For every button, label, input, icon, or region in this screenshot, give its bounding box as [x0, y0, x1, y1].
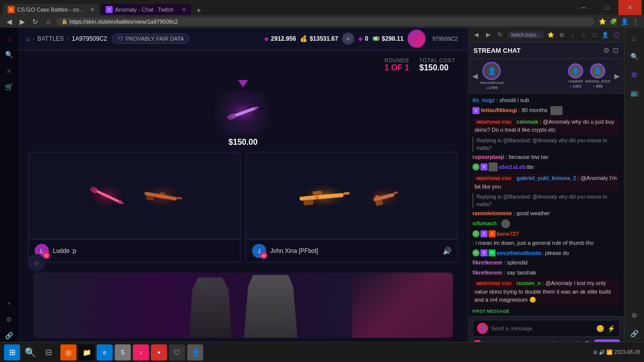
taskbar-app1[interactable]: ● [151, 344, 167, 360]
tab2-close[interactable]: ✕ [182, 7, 186, 13]
speaker-icon: 🔊 [443, 247, 451, 255]
chat-gif-icon[interactable]: ⚡ [607, 325, 615, 332]
twitch-nav-icon5[interactable]: □ [590, 30, 599, 39]
chat-msg-13: MENTIONS YOU ruxxen_x : @Anomaly i lost … [472, 278, 620, 305]
skinclub-sidebar: ⌂ 🔍 ⚔ 🛒 + ⚙ 🔗 ⚙ [0, 28, 18, 362]
chat-settings-icon[interactable]: ⚙ [603, 46, 610, 54]
forward-button[interactable]: ▶ [17, 17, 27, 27]
refresh-button[interactable]: ↻ [30, 17, 40, 27]
center-item-svg [218, 95, 268, 130]
menu-icon[interactable]: ⋮ [631, 17, 640, 26]
fire-value: 0 [365, 35, 368, 42]
twitch-chrome-home[interactable]: ⌂ [628, 32, 641, 45]
twitch-nav-icon2[interactable]: ⊞ [557, 30, 567, 39]
tab1-close[interactable]: ✕ [90, 7, 95, 13]
sidebar-settings-icon[interactable]: ⚙ [3, 313, 16, 326]
sidebar-link-icon[interactable]: 🔗 [3, 329, 16, 342]
shield-icon: 🛡 [118, 36, 123, 42]
provably-fair-badge[interactable]: 🛡 PROVABLY FAIR DATA [112, 34, 190, 44]
streamer2-name: raadlatif [569, 79, 583, 83]
streamer-1[interactable]: 👤 Himmelhundi ● 1769 [480, 62, 504, 90]
taskbar-spotify[interactable]: ♪ [133, 344, 149, 360]
fire-icon: ◆ [358, 35, 363, 42]
silhouette-2 [235, 275, 306, 338]
twitch-back[interactable]: ◀ [471, 30, 481, 40]
new-tab-button[interactable]: + [191, 6, 206, 15]
browser-tab-twitch[interactable]: T Anomaly - Chat · Twitch ✕ [101, 4, 191, 15]
url-bar[interactable]: 🔒 https://skin.club/en/battles/view/1a97… [56, 18, 595, 26]
maximize-button[interactable]: □ [595, 0, 618, 15]
chat-emote-icon[interactable]: 😊 [596, 325, 604, 332]
twitch-chrome-settings[interactable]: ⚙ [628, 309, 641, 322]
start-button[interactable]: ⊞ [4, 344, 20, 360]
sub2-badge-9: S [489, 230, 496, 237]
user-menu[interactable] [408, 30, 426, 48]
twitch-chrome-search[interactable]: 🔍 [628, 50, 641, 63]
msg7-text: : good weather [513, 210, 550, 216]
streamers-prev[interactable]: ◀ [472, 72, 478, 80]
chat-message-input[interactable] [491, 325, 593, 331]
msg4-text: : because low tax [506, 154, 548, 160]
taskbar-task-view[interactable]: ⊟ [40, 344, 56, 360]
streamer-3[interactable]: 👤 Admiral_ASIA ● 999 [585, 63, 610, 88]
taskbar-app3[interactable]: 👤 [187, 344, 203, 360]
twitch-chrome-live[interactable]: 📺 [628, 86, 641, 99]
minus-icon: 💵 [372, 35, 380, 42]
twitch-forward[interactable]: ▶ [484, 30, 494, 40]
taskbar-app2[interactable]: 🛡 [169, 344, 185, 360]
browser-chrome: S CS:GO Case Battles - comp... ✕ T Anoma… [0, 0, 644, 28]
back-button[interactable]: ◀ [4, 17, 14, 27]
chat-msg-9: ✓ S S bene727 : i mean im down, just a g… [472, 230, 620, 247]
sidebar-add-icon[interactable]: + [3, 297, 16, 310]
user-avatar[interactable] [408, 30, 426, 48]
streamer3-count: ● 999 [593, 84, 603, 88]
profile-icon[interactable]: 👤 [620, 17, 629, 26]
twitch-url[interactable]: twitch.tv/po... [507, 31, 544, 39]
msg10-text: : please do [542, 249, 569, 257]
player1-footer: L 50 Ludde :p [29, 239, 240, 262]
taskbar-steam[interactable]: S [115, 344, 131, 360]
sidebar-home-icon[interactable]: ⌂ [3, 32, 16, 45]
chat-msg-8: sifumach : [472, 219, 620, 228]
chat-input-wrapper: 👤 😊 ⚡ [472, 320, 620, 337]
msg6-user: gabriel_yuki_kimura_2 [516, 175, 576, 181]
taskbar-search[interactable]: 🔍 [22, 344, 38, 360]
close-window-button[interactable]: ✕ [618, 0, 641, 15]
twitch-chrome-link[interactable]: 🔗 [628, 327, 641, 340]
twitch-chrome-browse[interactable]: ⊞ [628, 68, 641, 81]
sidebar-shop-icon[interactable]: 🛒 [3, 80, 16, 93]
add-funds-button[interactable]: + [342, 33, 354, 45]
minimize-button[interactable]: ─ [572, 0, 595, 15]
player1-name: Ludde :p [53, 247, 76, 254]
browser-tab-skinclub[interactable]: S CS:GO Case Battles - comp... ✕ [3, 4, 100, 15]
knife-svg [82, 179, 132, 212]
home-button[interactable]: ⌂ [43, 17, 53, 27]
sidebar-battle-icon[interactable]: ⚔ [3, 64, 16, 77]
player2-name: John Xina [PFbot] [270, 247, 318, 254]
streamer3-name: Admiral_ASIA [585, 79, 610, 83]
sidebar-search-icon[interactable]: 🔍 [3, 48, 16, 61]
chat-msg-5: ✓ S v5m1sLe5 ttle [472, 162, 620, 171]
skinclub-main: ⌂ › BATTLES › 1A979509C2 🛡 PROVABLY FAIR… [18, 28, 468, 362]
bookmark-icon[interactable]: ⭐ [598, 17, 607, 26]
msg7-reply: Replying to @Marsolixd: @Anomaly why did… [472, 193, 620, 208]
twitch-nav-icon3[interactable]: ↓ [569, 30, 578, 39]
chat-popout-icon[interactable]: ⊡ [613, 46, 619, 54]
streamer3-avatar: 👤 [590, 63, 605, 78]
taskbar-chrome[interactable]: ◎ [60, 344, 76, 360]
twitch-nav-icon6[interactable]: 👤 [601, 30, 610, 39]
streamer-2[interactable]: 👤 raadlatif ● 1001 [568, 63, 583, 88]
twitch-nav-icon4[interactable]: ☆ [579, 30, 588, 39]
twitch-nav-icon7[interactable]: ⬡ [612, 30, 621, 39]
twitch-refresh[interactable]: ↻ [495, 30, 505, 40]
taskbar-explorer[interactable]: 📁 [78, 344, 95, 360]
msg8-colon: : [498, 219, 500, 228]
taskbar-edge[interactable]: e [97, 344, 113, 360]
breadcrumb-sep2: › [67, 35, 69, 42]
msg5-user: v5m1sLe5 [499, 163, 525, 171]
extensions-icon[interactable]: 🧩 [609, 17, 618, 26]
streamers-next[interactable]: ▶ [614, 72, 620, 80]
breadcrumb-battles[interactable]: BATTLES [37, 35, 63, 42]
breadcrumb-home[interactable]: ⌂ [26, 35, 29, 42]
twitch-nav-icon1[interactable]: ⭐ [546, 30, 555, 39]
